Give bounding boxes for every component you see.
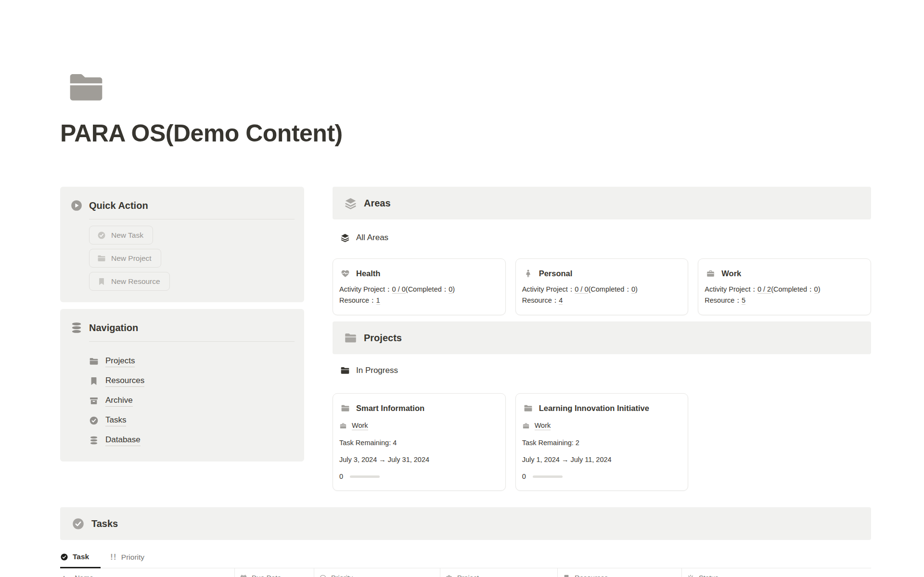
navigation-callout: Navigation Projects Resources Archive [60, 309, 304, 462]
sidebar-item-resources[interactable]: Resources [89, 371, 295, 391]
area-card-title[interactable]: Work [721, 269, 741, 278]
column-header-name[interactable]: Aa Name [60, 568, 234, 577]
resource-line: Resource：4 [522, 295, 680, 306]
sidebar-item-archive[interactable]: Archive [89, 391, 295, 410]
resource-count-link[interactable]: 5 [742, 296, 745, 305]
progress-row: 0 [339, 472, 498, 481]
project-cards: Smart Information Work Task Remaining: 4… [333, 393, 871, 491]
column-header-priority[interactable]: Priority [314, 568, 440, 577]
column-header-due-date[interactable]: Due Date [234, 568, 314, 577]
new-project-button[interactable]: New Project [89, 249, 161, 268]
database-icon [89, 436, 99, 445]
check-circle-icon [97, 231, 106, 240]
area-card-work[interactable]: Work Activity Project：0 / 2(Completed：0)… [698, 258, 871, 315]
briefcase-icon [445, 574, 453, 577]
new-project-label: New Project [111, 254, 152, 263]
nav-link-label[interactable]: Archive [105, 395, 133, 407]
navigation-list: Projects Resources Archive Tasks [70, 351, 295, 450]
navigation-heading: Navigation [89, 321, 138, 334]
activity-count-link[interactable]: 0 / 0 [392, 285, 406, 294]
in-progress-label[interactable]: In Progress [356, 365, 398, 376]
areas-heading: Areas [364, 198, 391, 209]
date-range: July 3, 2024 → July 31, 2024 [339, 455, 498, 464]
archive-icon [89, 396, 99, 406]
tasks-heading: Tasks [91, 518, 118, 529]
briefcase-icon [706, 269, 715, 278]
navigation-header: Navigation [70, 321, 295, 334]
tab-task[interactable]: Task [60, 547, 101, 568]
new-task-label: New Task [111, 231, 143, 240]
tab-priority-label[interactable]: Priority [121, 553, 144, 562]
page-icon-folder[interactable] [67, 68, 105, 107]
briefcase-icon [339, 422, 347, 430]
progress-bar [350, 475, 380, 478]
nav-link-label[interactable]: Tasks [105, 415, 126, 426]
resource-count-link[interactable]: 1 [376, 296, 380, 305]
activity-count-link[interactable]: 0 / 2 [757, 285, 771, 294]
activity-line: Activity Project：0 / 0(Completed：0) [339, 284, 498, 295]
project-card-title[interactable]: Learning Innovation Initiative [539, 403, 649, 413]
projects-section-banner: Projects [333, 321, 871, 354]
task-remaining: Task Remaining: 2 [522, 438, 680, 447]
calendar-icon [240, 574, 247, 577]
project-area-link[interactable]: Work [535, 421, 551, 430]
area-cards: Health Activity Project：0 / 0(Completed：… [333, 258, 871, 315]
new-task-button[interactable]: New Task [89, 226, 153, 244]
sidebar-item-tasks[interactable]: Tasks [89, 410, 295, 430]
area-card-health[interactable]: Health Activity Project：0 / 0(Completed：… [333, 258, 506, 315]
new-resource-label: New Resource [111, 277, 160, 286]
in-progress-view-link[interactable]: In Progress [333, 354, 871, 393]
activity-count-link[interactable]: 0 / 0 [575, 285, 588, 294]
page-title: PARA OS(Demo Content) [60, 119, 871, 147]
all-areas-label[interactable]: All Areas [356, 232, 388, 244]
tab-priority[interactable]: !! Priority [110, 547, 156, 568]
area-card-personal[interactable]: Personal Activity Project：0 / 0(Complete… [515, 258, 689, 315]
project-area-row: Work [339, 421, 498, 430]
notion-page: PARA OS(Demo Content) Quick Action New T… [60, 0, 871, 577]
project-area-link[interactable]: Work [352, 421, 368, 430]
date-range: July 1, 2024 → July 11, 2024 [522, 455, 680, 464]
new-resource-button[interactable]: New Resource [89, 272, 170, 291]
area-card-title[interactable]: Health [356, 269, 380, 278]
nav-link-label[interactable]: Projects [105, 356, 135, 367]
folder-icon [97, 254, 106, 263]
folder-icon [340, 366, 350, 375]
briefcase-icon [522, 422, 530, 430]
tasks-view-tabs: Task !! Priority [60, 547, 871, 568]
sidebar-item-database[interactable]: Database [89, 430, 295, 450]
all-areas-view-link[interactable]: All Areas [333, 219, 871, 258]
progress-bar [533, 475, 563, 478]
quick-action-buttons: New Task New Project New Resource [70, 226, 295, 291]
progress-value: 0 [522, 472, 526, 481]
nav-link-label[interactable]: Resources [105, 375, 144, 387]
play-circle-icon [70, 199, 83, 212]
tab-task-label[interactable]: Task [73, 552, 89, 561]
completed-count-link[interactable]: 0 [814, 285, 818, 294]
check-circle-icon [60, 553, 68, 561]
nav-link-label[interactable]: Database [105, 435, 141, 446]
project-card-learning-innovation[interactable]: Learning Innovation Initiative Work Task… [515, 393, 689, 491]
column-header-project[interactable]: Project [440, 568, 557, 577]
area-card-title[interactable]: Personal [539, 269, 573, 278]
bookmark-icon [563, 574, 570, 577]
completed-count-link[interactable]: 0 [631, 285, 635, 294]
resource-line: Resource：1 [339, 295, 498, 306]
project-card-smart-information[interactable]: Smart Information Work Task Remaining: 4… [333, 393, 506, 491]
task-remaining: Task Remaining: 4 [339, 438, 498, 447]
resource-count-link[interactable]: 4 [559, 296, 563, 305]
project-card-title[interactable]: Smart Information [356, 403, 424, 413]
column-header-resources[interactable]: Resources [557, 568, 681, 577]
areas-section-banner: Areas [333, 187, 871, 219]
progress-value: 0 [339, 472, 343, 481]
database-icon [70, 321, 83, 334]
bookmark-icon [89, 376, 99, 386]
person-icon [524, 269, 533, 278]
quick-action-heading: Quick Action [89, 199, 148, 212]
tasks-section-banner: Tasks [60, 507, 871, 540]
sidebar-item-projects[interactable]: Projects [89, 351, 295, 371]
column-header-status[interactable]: Status [681, 568, 871, 577]
folder-icon [524, 404, 533, 413]
check-circle-icon [89, 416, 99, 425]
progress-row: 0 [522, 472, 680, 481]
double-exclamation-icon: !! [110, 553, 117, 562]
